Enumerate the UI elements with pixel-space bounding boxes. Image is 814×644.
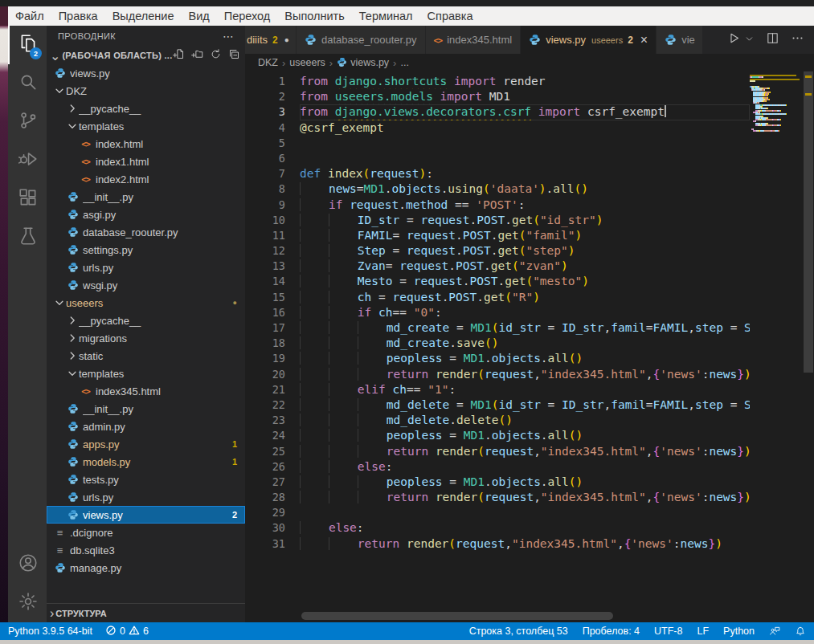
activity-extensions[interactable] [8,180,47,218]
code-line-12[interactable]: 12 Step = request.POST.get("step") [245,243,750,259]
code-line-7[interactable]: 7 def index(request): [245,166,750,181]
tree-item-asgi.py[interactable]: asgi.py [47,206,245,223]
tree-item-__init__.py[interactable]: __init__.py [47,188,245,206]
tree-item-migrations[interactable]: migrations [47,329,245,347]
python-interpreter-status[interactable]: Python 3.9.5 64-bit [8,626,92,637]
tree-item-views.py[interactable]: views.py2 [47,506,245,524]
new-folder-icon[interactable] [191,48,203,63]
tree-item-tests.py[interactable]: tests.py [47,471,245,488]
tab-index345.html[interactable]: <>index345.html [426,26,522,54]
menu-Правка[interactable]: Правка [51,6,105,26]
tab-database_roouter.py[interactable]: database_roouter.py [297,26,426,54]
activity-source-control[interactable] [8,103,47,141]
tree-item-views.py[interactable]: views.py [47,64,245,82]
activity-search[interactable] [8,64,47,103]
menu-Переход[interactable]: Переход [217,6,278,26]
code-line-30[interactable]: 30 else: [245,520,750,536]
code-line-15[interactable]: 15 ch = request.POST.get("R") [245,290,750,305]
code-line-1[interactable]: 1 from django.shortcuts import render [245,74,750,89]
code-line-3[interactable]: 3 from django.views.decorators.csrf impo… [245,104,750,120]
tree-item-DKZ[interactable]: DKZ [47,82,245,100]
new-file-icon[interactable] [173,48,185,63]
chevron-down-icon[interactable] [752,33,755,47]
feedback-icon[interactable] [769,626,780,637]
activity-account[interactable] [8,545,47,584]
code-line-13[interactable]: 13 Zvan= request.POST.get("zvan") [245,259,750,274]
status-Python[interactable]: Python [723,626,755,637]
tree-item-models.py[interactable]: models.py1 [47,453,245,471]
code-line-11[interactable]: 11 FAMIL= request.POST.get("famil") [245,228,750,243]
menu-Выделение[interactable]: Выделение [105,6,182,26]
code-line-22[interactable]: 22 md_delete = MD1(id_str = ID_str,famil… [245,397,750,413]
activity-settings[interactable] [8,584,47,622]
tree-item-__init__.py[interactable]: __init__.py [47,400,245,418]
tree-item-urls.py[interactable]: urls.py [47,259,245,276]
menu-Вид[interactable]: Вид [181,6,216,26]
code-line-16[interactable]: 16 if ch== "0": [245,305,750,320]
workspace-section-header[interactable]: ⌄ (РАБОЧАЯ ОБЛАСТЬ) ... [47,47,245,64]
code-line-9[interactable]: 9 if request.method == 'POST': [245,198,750,213]
minimap[interactable] [750,75,803,132]
code-line-27[interactable]: 27 peopless = MD1.objects.all() [245,475,750,490]
status-Пробелов: 4[interactable]: Пробелов: 4 [583,626,640,637]
activity-run-debug[interactable] [8,141,47,180]
code-line-23[interactable]: 23 md_delete.delete() [245,413,750,428]
breadcrumb-item[interactable]: DKZ [258,57,278,68]
code-line-4[interactable]: 4 @csrf_exempt [245,120,750,136]
code-line-19[interactable]: 19 peopless = MD1.objects.all() [245,351,750,366]
code-line-18[interactable]: 18 md_create.save() [245,336,750,351]
tree-item-wsgi.py[interactable]: wsgi.py [47,276,245,294]
tree-item-index2.html[interactable]: <>index2.html [47,170,245,188]
code-line-17[interactable]: 17 md_create = MD1(id_str = ID_str,famil… [245,320,750,336]
breadcrumb-item[interactable]: ... [400,57,408,68]
code-line-2[interactable]: 2 from useeers.models import MD1 [245,89,750,104]
problems-status[interactable]: 0 6 [105,625,149,638]
vertical-scrollbar[interactable] [803,71,814,622]
code-line-29[interactable]: 29 [245,505,750,520]
code-line-5[interactable]: 5 [245,136,750,151]
notifications-bell-icon[interactable] [795,626,806,637]
status-LF[interactable]: LF [697,626,709,637]
activity-testing[interactable] [8,218,47,257]
menu-Выполнить[interactable]: Выполнить [277,6,351,26]
code-line-14[interactable]: 14 Mesto = request.POST.get("mesto") [245,274,750,289]
menu-Файл[interactable]: Файл [8,6,51,26]
menu-Справка[interactable]: Справка [420,6,481,26]
tree-item-__pycache__[interactable]: __pycache__ [47,312,245,329]
tab-views.py[interactable]: views.pyuseeers2× [521,26,657,54]
run-icon[interactable] [727,31,741,48]
tree-item-static[interactable]: static [47,347,245,365]
tree-item-admin.py[interactable]: admin.py [47,418,245,435]
code-line-8[interactable]: 8 news=MD1.objects.using('daata').all() [245,181,750,197]
tree-item-settings.py[interactable]: settings.py [47,241,245,259]
close-icon[interactable]: × [640,34,648,47]
tab-diiits[interactable]: diiits2● [245,26,297,54]
breadcrumb-item[interactable]: useeers [289,57,325,68]
tree-item-manage.py[interactable]: manage.py [47,559,245,577]
code-line-28[interactable]: 28 return render(request,"index345.html"… [245,490,750,505]
vertical-scrollbar-slider[interactable] [804,71,813,373]
tree-item-.dcignore[interactable]: ≡.dcignore [47,524,245,541]
collapse-all-icon[interactable] [228,48,240,63]
tree-item-apps.py[interactable]: apps.py1 [47,435,245,453]
split-editor-icon[interactable] [766,31,779,48]
tree-item-database_roouter.py[interactable]: database_roouter.py [47,223,245,241]
tree-item-useeers[interactable]: useeers● [47,294,245,312]
tree-item-index1.html[interactable]: <>index1.html [47,153,245,170]
tree-item-urls.py[interactable]: urls.py [47,488,245,506]
more-actions-icon[interactable]: ⋯ [223,30,234,43]
status-Строка 3, столбец 53[interactable]: Строка 3, столбец 53 [469,626,568,637]
breadcrumb-item[interactable]: views.py [337,57,389,68]
tree-item-templates[interactable]: templates [47,365,245,382]
code-line-26[interactable]: 26 else: [245,459,750,475]
horizontal-scrollbar-slider[interactable] [301,612,613,620]
activity-explorer[interactable]: 2 [8,26,47,64]
code-line-21[interactable]: 21 elif ch== "1": [245,382,750,397]
outline-section[interactable]: › СТРУКТУРА [47,603,245,622]
tree-item-db.sqlite3[interactable]: ≡db.sqlite3 [47,541,245,559]
tree-item-index345.html[interactable]: <>index345.html [47,382,245,400]
menu-Терминал[interactable]: Терминал [352,6,420,26]
tree-item-templates[interactable]: templates [47,117,245,135]
tab-vie[interactable]: vie [657,26,703,54]
refresh-icon[interactable] [210,48,222,63]
